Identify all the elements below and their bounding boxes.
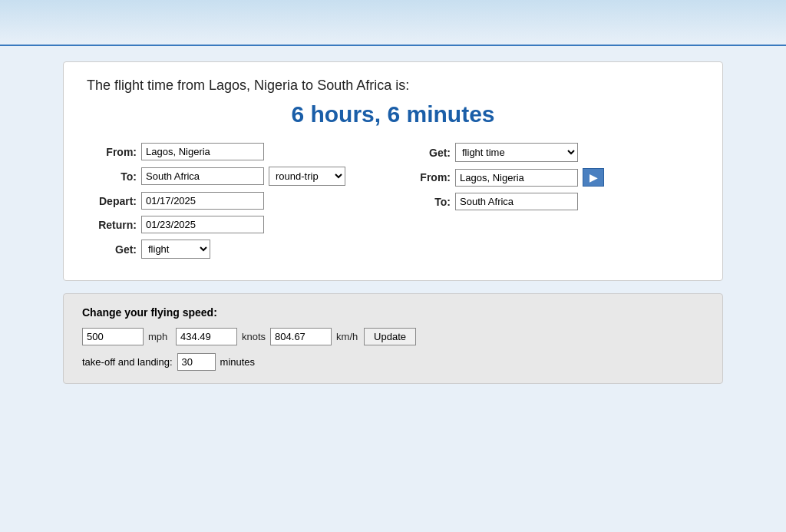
to-row: To: round-trip one-way	[87, 167, 378, 186]
knots-unit: knots	[242, 331, 266, 342]
depart-label: Depart:	[87, 195, 137, 207]
result-time: 6 hours, 6 minutes	[87, 101, 699, 127]
takeoff-label: take-off and landing:	[82, 356, 173, 368]
left-form: From: To: round-trip one-way Depart:	[87, 143, 378, 265]
return-input[interactable]	[141, 216, 264, 233]
update-button[interactable]: Update	[364, 328, 416, 345]
form-section: From: To: round-trip one-way Depart:	[87, 143, 699, 265]
to-label: To:	[87, 170, 137, 183]
mph-input[interactable]	[82, 328, 144, 345]
knots-input[interactable]	[176, 328, 237, 345]
takeoff-row: take-off and landing: minutes	[82, 353, 704, 371]
header-bar	[0, 0, 786, 46]
speed-card: Change your flying speed: mph knots km/h…	[63, 293, 723, 384]
get-label-left: Get:	[87, 243, 137, 256]
takeoff-input[interactable]	[177, 353, 216, 371]
takeoff-unit: minutes	[220, 356, 256, 368]
to-input[interactable]	[141, 167, 264, 185]
trip-select[interactable]: round-trip one-way	[269, 167, 345, 186]
from-row: From:	[87, 143, 378, 160]
get-row-right: Get: flight time distance flight	[408, 143, 699, 162]
submit-icon: ▶	[590, 171, 598, 183]
from-label: From:	[87, 146, 137, 158]
depart-row: Depart:	[87, 192, 378, 210]
from-input-right[interactable]	[455, 169, 578, 187]
return-label: Return:	[87, 219, 137, 231]
depart-input[interactable]	[141, 192, 264, 210]
kmh-unit: km/h	[336, 331, 359, 342]
to-row-right: To:	[408, 193, 699, 210]
kmh-input[interactable]	[270, 328, 332, 345]
to-input-right[interactable]	[455, 193, 578, 210]
get-label-right: Get:	[408, 147, 451, 159]
from-label-right: From:	[408, 171, 451, 183]
from-input[interactable]	[141, 143, 264, 160]
right-form: Get: flight time distance flight From: ▶	[408, 143, 699, 265]
speed-title: Change your flying speed:	[82, 306, 704, 319]
get-select-left[interactable]: flight distance flight time	[141, 240, 210, 259]
from-row-right: From: ▶	[408, 168, 699, 187]
get-select-right[interactable]: flight time distance flight	[455, 143, 578, 162]
mph-unit: mph	[148, 331, 171, 342]
result-card: The flight time from Lagos, Nigeria to S…	[63, 61, 723, 281]
result-title: The flight time from Lagos, Nigeria to S…	[87, 78, 699, 94]
get-row-left: Get: flight distance flight time	[87, 240, 378, 259]
page-content: The flight time from Lagos, Nigeria to S…	[48, 61, 738, 384]
submit-button[interactable]: ▶	[583, 168, 604, 187]
return-row: Return:	[87, 216, 378, 233]
to-label-right: To:	[408, 196, 451, 208]
speed-row: mph knots km/h Update	[82, 328, 704, 345]
